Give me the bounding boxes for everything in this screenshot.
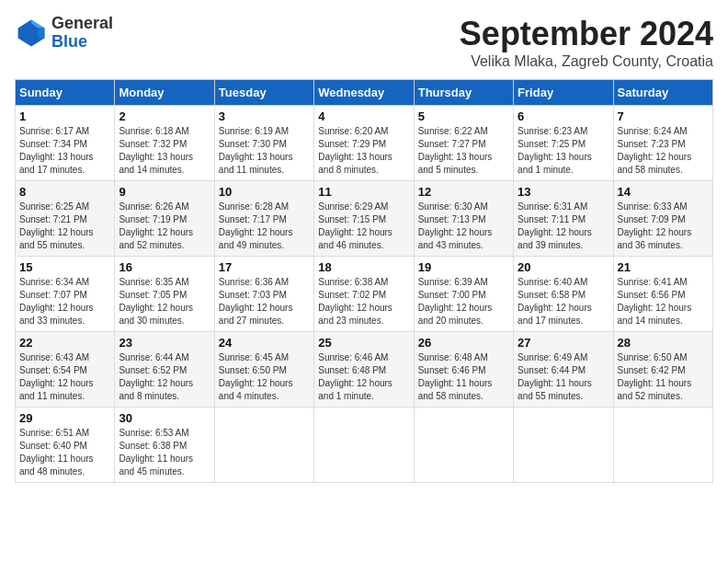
calendar-cell: [613, 408, 712, 483]
day-number: 13: [518, 185, 609, 199]
day-number: 26: [418, 336, 509, 350]
day-info: Sunrise: 6:39 AM Sunset: 7:00 PM Dayligh…: [418, 276, 509, 327]
calendar-day-header: Sunday: [16, 80, 115, 106]
calendar-day-header: Tuesday: [214, 80, 313, 106]
day-number: 21: [618, 260, 709, 274]
calendar-cell: 27 Sunrise: 6:49 AM Sunset: 6:44 PM Dayl…: [514, 332, 613, 408]
calendar-cell: 22 Sunrise: 6:43 AM Sunset: 6:54 PM Dayl…: [16, 332, 115, 408]
day-number: 19: [418, 260, 509, 274]
day-info: Sunrise: 6:25 AM Sunset: 7:21 PM Dayligh…: [19, 201, 110, 252]
day-number: 15: [19, 260, 110, 274]
day-info: Sunrise: 6:30 AM Sunset: 7:13 PM Dayligh…: [418, 201, 509, 252]
day-info: Sunrise: 6:49 AM Sunset: 6:44 PM Dayligh…: [518, 351, 609, 403]
calendar-cell: 28 Sunrise: 6:50 AM Sunset: 6:42 PM Dayl…: [613, 332, 712, 408]
day-number: 27: [518, 336, 609, 350]
day-number: 22: [19, 336, 110, 350]
day-number: 11: [318, 185, 409, 199]
logo-general: General: [51, 15, 113, 33]
calendar-cell: 10 Sunrise: 6:28 AM Sunset: 7:17 PM Dayl…: [214, 181, 313, 257]
logo-text: General Blue: [51, 15, 113, 52]
day-info: Sunrise: 6:18 AM Sunset: 7:32 PM Dayligh…: [119, 125, 210, 177]
day-number: 12: [418, 185, 509, 199]
calendar-day-header: Saturday: [613, 80, 712, 106]
calendar-cell: 11 Sunrise: 6:29 AM Sunset: 7:15 PM Dayl…: [314, 181, 414, 257]
day-number: 23: [119, 336, 210, 350]
day-number: 9: [119, 185, 210, 199]
calendar-cell: 17 Sunrise: 6:36 AM Sunset: 7:03 PM Dayl…: [214, 257, 313, 332]
day-info: Sunrise: 6:28 AM Sunset: 7:17 PM Dayligh…: [219, 201, 310, 252]
day-number: 5: [418, 109, 509, 123]
day-info: Sunrise: 6:45 AM Sunset: 6:50 PM Dayligh…: [219, 351, 310, 403]
day-number: 1: [19, 109, 110, 123]
calendar-cell: [514, 408, 613, 483]
calendar-cell: 13 Sunrise: 6:31 AM Sunset: 7:11 PM Dayl…: [514, 181, 613, 257]
day-number: 20: [518, 260, 609, 274]
day-info: Sunrise: 6:43 AM Sunset: 6:54 PM Dayligh…: [19, 351, 110, 403]
day-number: 18: [318, 260, 409, 274]
location-title: Velika Mlaka, Zagreb County, Croatia: [460, 53, 713, 70]
day-info: Sunrise: 6:29 AM Sunset: 7:15 PM Dayligh…: [318, 201, 409, 252]
day-info: Sunrise: 6:36 AM Sunset: 7:03 PM Dayligh…: [219, 276, 310, 327]
calendar-cell: 23 Sunrise: 6:44 AM Sunset: 6:52 PM Dayl…: [115, 332, 214, 408]
calendar-cell: 4 Sunrise: 6:20 AM Sunset: 7:29 PM Dayli…: [314, 106, 414, 181]
day-info: Sunrise: 6:40 AM Sunset: 6:58 PM Dayligh…: [518, 276, 609, 327]
calendar-cell: [414, 408, 513, 483]
logo-icon: [15, 17, 48, 50]
day-number: 3: [219, 109, 310, 123]
calendar-week-row: 29 Sunrise: 6:51 AM Sunset: 6:40 PM Dayl…: [16, 408, 713, 483]
day-info: Sunrise: 6:17 AM Sunset: 7:34 PM Dayligh…: [19, 125, 110, 177]
calendar-cell: 15 Sunrise: 6:34 AM Sunset: 7:07 PM Dayl…: [16, 257, 115, 332]
calendar-day-header: Monday: [115, 80, 214, 106]
calendar-cell: 21 Sunrise: 6:41 AM Sunset: 6:56 PM Dayl…: [613, 257, 712, 332]
calendar-cell: 14 Sunrise: 6:33 AM Sunset: 7:09 PM Dayl…: [613, 181, 712, 257]
calendar-week-row: 1 Sunrise: 6:17 AM Sunset: 7:34 PM Dayli…: [16, 106, 713, 181]
logo-blue: Blue: [51, 33, 113, 52]
day-info: Sunrise: 6:38 AM Sunset: 7:02 PM Dayligh…: [318, 276, 409, 327]
day-info: Sunrise: 6:22 AM Sunset: 7:27 PM Dayligh…: [418, 125, 509, 177]
day-info: Sunrise: 6:34 AM Sunset: 7:07 PM Dayligh…: [19, 276, 110, 327]
calendar-cell: 8 Sunrise: 6:25 AM Sunset: 7:21 PM Dayli…: [16, 181, 115, 257]
day-number: 8: [19, 185, 110, 199]
calendar-header-row: SundayMondayTuesdayWednesdayThursdayFrid…: [16, 80, 713, 106]
day-info: Sunrise: 6:46 AM Sunset: 6:48 PM Dayligh…: [318, 351, 409, 403]
calendar-cell: 19 Sunrise: 6:39 AM Sunset: 7:00 PM Dayl…: [414, 257, 513, 332]
day-number: 16: [119, 260, 210, 274]
day-number: 30: [119, 411, 210, 425]
calendar-cell: 3 Sunrise: 6:19 AM Sunset: 7:30 PM Dayli…: [214, 106, 313, 181]
calendar-cell: 9 Sunrise: 6:26 AM Sunset: 7:19 PM Dayli…: [115, 181, 214, 257]
day-info: Sunrise: 6:24 AM Sunset: 7:23 PM Dayligh…: [618, 125, 709, 177]
calendar-cell: 18 Sunrise: 6:38 AM Sunset: 7:02 PM Dayl…: [314, 257, 414, 332]
day-info: Sunrise: 6:35 AM Sunset: 7:05 PM Dayligh…: [119, 276, 210, 327]
day-info: Sunrise: 6:20 AM Sunset: 7:29 PM Dayligh…: [318, 125, 409, 177]
logo: General Blue: [15, 15, 113, 52]
day-info: Sunrise: 6:19 AM Sunset: 7:30 PM Dayligh…: [219, 125, 310, 177]
day-number: 28: [618, 336, 709, 350]
day-info: Sunrise: 6:26 AM Sunset: 7:19 PM Dayligh…: [119, 201, 210, 252]
page-header: General Blue September 2024 Velika Mlaka…: [15, 15, 713, 70]
day-number: 6: [518, 109, 609, 123]
day-number: 7: [618, 109, 709, 123]
day-number: 2: [119, 109, 210, 123]
month-title: September 2024: [460, 15, 713, 53]
calendar-cell: 6 Sunrise: 6:23 AM Sunset: 7:25 PM Dayli…: [514, 106, 613, 181]
calendar-day-header: Friday: [514, 80, 613, 106]
calendar-cell: 12 Sunrise: 6:30 AM Sunset: 7:13 PM Dayl…: [414, 181, 513, 257]
calendar-table: SundayMondayTuesdayWednesdayThursdayFrid…: [15, 79, 713, 483]
day-info: Sunrise: 6:51 AM Sunset: 6:40 PM Dayligh…: [19, 427, 110, 478]
day-number: 10: [219, 185, 310, 199]
calendar-cell: 1 Sunrise: 6:17 AM Sunset: 7:34 PM Dayli…: [16, 106, 115, 181]
calendar-cell: 5 Sunrise: 6:22 AM Sunset: 7:27 PM Dayli…: [414, 106, 513, 181]
calendar-week-row: 15 Sunrise: 6:34 AM Sunset: 7:07 PM Dayl…: [16, 257, 713, 332]
calendar-cell: 29 Sunrise: 6:51 AM Sunset: 6:40 PM Dayl…: [16, 408, 115, 483]
day-number: 29: [19, 411, 110, 425]
calendar-cell: 25 Sunrise: 6:46 AM Sunset: 6:48 PM Dayl…: [314, 332, 414, 408]
calendar-cell: 16 Sunrise: 6:35 AM Sunset: 7:05 PM Dayl…: [115, 257, 214, 332]
day-number: 14: [618, 185, 709, 199]
day-number: 24: [219, 336, 310, 350]
calendar-day-header: Wednesday: [314, 80, 414, 106]
calendar-cell: 7 Sunrise: 6:24 AM Sunset: 7:23 PM Dayli…: [613, 106, 712, 181]
svg-marker-2: [38, 28, 44, 38]
calendar-cell: 24 Sunrise: 6:45 AM Sunset: 6:50 PM Dayl…: [214, 332, 313, 408]
calendar-cell: [214, 408, 313, 483]
day-info: Sunrise: 6:33 AM Sunset: 7:09 PM Dayligh…: [618, 201, 709, 252]
